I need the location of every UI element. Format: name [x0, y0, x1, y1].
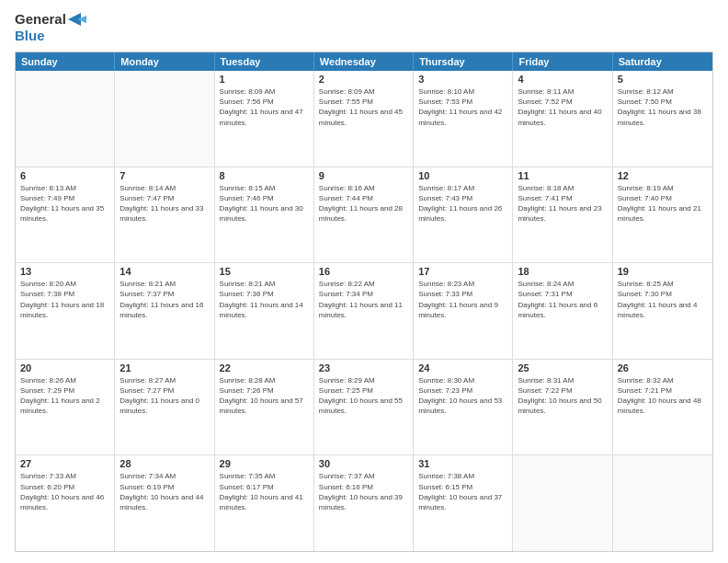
calendar-cell-2-1: 14Sunrise: 8:21 AM Sunset: 7:37 PM Dayli…: [115, 263, 214, 359]
calendar-cell-0-4: 3Sunrise: 8:10 AM Sunset: 7:53 PM Daylig…: [414, 71, 513, 167]
cell-details: Sunrise: 8:30 AM Sunset: 7:23 PM Dayligh…: [418, 375, 507, 417]
weekday-header-saturday: Saturday: [613, 52, 712, 71]
day-number: 26: [618, 362, 708, 373]
day-number: 1: [220, 74, 309, 85]
calendar-cell-0-0: [16, 71, 115, 167]
cell-details: Sunrise: 8:14 AM Sunset: 7:47 PM Dayligh…: [119, 183, 209, 224]
weekday-header-tuesday: Tuesday: [215, 52, 314, 71]
calendar-cell-3-5: 25Sunrise: 8:31 AM Sunset: 7:22 PM Dayli…: [513, 360, 612, 455]
cell-details: Sunrise: 8:15 AM Sunset: 7:46 PM Dayligh…: [220, 183, 309, 224]
calendar-body: 1Sunrise: 8:09 AM Sunset: 7:56 PM Daylig…: [16, 71, 712, 551]
cell-details: Sunrise: 8:32 AM Sunset: 7:21 PM Dayligh…: [618, 375, 708, 417]
weekday-header-friday: Friday: [513, 52, 612, 71]
calendar-cell-4-3: 30Sunrise: 7:37 AM Sunset: 6:16 PM Dayli…: [314, 455, 414, 551]
calendar-cell-3-3: 23Sunrise: 8:29 AM Sunset: 7:25 PM Dayli…: [314, 360, 414, 455]
calendar-header: SundayMondayTuesdayWednesdayThursdayFrid…: [16, 52, 712, 71]
day-number: 29: [220, 458, 309, 469]
cell-details: Sunrise: 8:23 AM Sunset: 7:33 PM Dayligh…: [418, 279, 507, 320]
calendar-cell-1-1: 7Sunrise: 8:14 AM Sunset: 7:47 PM Daylig…: [115, 167, 214, 263]
calendar-cell-1-6: 12Sunrise: 8:19 AM Sunset: 7:40 PM Dayli…: [613, 167, 712, 263]
cell-details: Sunrise: 8:21 AM Sunset: 7:36 PM Dayligh…: [220, 279, 309, 320]
day-number: 15: [220, 266, 309, 277]
day-number: 13: [20, 266, 109, 277]
cell-details: Sunrise: 8:21 AM Sunset: 7:37 PM Dayligh…: [119, 279, 209, 320]
day-number: 16: [319, 266, 408, 277]
day-number: 6: [20, 170, 109, 181]
day-number: 7: [119, 170, 209, 181]
cell-details: Sunrise: 8:19 AM Sunset: 7:40 PM Dayligh…: [618, 183, 708, 224]
cell-details: Sunrise: 8:13 AM Sunset: 7:49 PM Dayligh…: [20, 183, 109, 224]
day-number: 31: [418, 458, 507, 469]
cell-details: Sunrise: 8:22 AM Sunset: 7:34 PM Dayligh…: [319, 279, 408, 320]
calendar-cell-2-6: 19Sunrise: 8:25 AM Sunset: 7:30 PM Dayli…: [613, 263, 712, 359]
cell-details: Sunrise: 7:34 AM Sunset: 6:19 PM Dayligh…: [119, 471, 209, 512]
calendar-cell-2-2: 15Sunrise: 8:21 AM Sunset: 7:36 PM Dayli…: [215, 263, 314, 359]
day-number: 10: [418, 170, 507, 181]
calendar-cell-4-4: 31Sunrise: 7:38 AM Sunset: 6:15 PM Dayli…: [414, 455, 513, 551]
day-number: 5: [618, 74, 708, 85]
weekday-header-wednesday: Wednesday: [314, 52, 414, 71]
calendar-row-1: 6Sunrise: 8:13 AM Sunset: 7:49 PM Daylig…: [16, 167, 712, 264]
calendar-cell-1-5: 11Sunrise: 8:18 AM Sunset: 7:41 PM Dayli…: [513, 167, 612, 263]
day-number: 28: [119, 458, 209, 469]
cell-details: Sunrise: 8:09 AM Sunset: 7:56 PM Dayligh…: [220, 86, 309, 128]
header: General Blue: [15, 11, 713, 44]
calendar-cell-4-1: 28Sunrise: 7:34 AM Sunset: 6:19 PM Dayli…: [115, 455, 214, 551]
day-number: 20: [20, 362, 109, 373]
cell-details: Sunrise: 8:28 AM Sunset: 7:26 PM Dayligh…: [220, 375, 309, 417]
calendar-cell-4-2: 29Sunrise: 7:35 AM Sunset: 6:17 PM Dayli…: [215, 455, 314, 551]
cell-details: Sunrise: 7:37 AM Sunset: 6:16 PM Dayligh…: [319, 471, 408, 512]
calendar-cell-1-0: 6Sunrise: 8:13 AM Sunset: 7:49 PM Daylig…: [16, 167, 115, 263]
day-number: 19: [618, 266, 708, 277]
day-number: 21: [119, 362, 209, 373]
weekday-header-thursday: Thursday: [414, 52, 513, 71]
day-number: 17: [418, 266, 507, 277]
calendar-cell-1-2: 8Sunrise: 8:15 AM Sunset: 7:46 PM Daylig…: [215, 167, 314, 263]
calendar-cell-0-3: 2Sunrise: 8:09 AM Sunset: 7:55 PM Daylig…: [314, 71, 414, 167]
calendar-cell-3-4: 24Sunrise: 8:30 AM Sunset: 7:23 PM Dayli…: [414, 360, 513, 455]
calendar-cell-1-3: 9Sunrise: 8:16 AM Sunset: 7:44 PM Daylig…: [314, 167, 414, 263]
calendar: SundayMondayTuesdayWednesdayThursdayFrid…: [15, 52, 713, 552]
cell-details: Sunrise: 7:33 AM Sunset: 6:20 PM Dayligh…: [20, 471, 109, 512]
day-number: 4: [518, 74, 607, 85]
weekday-header-monday: Monday: [115, 52, 214, 71]
logo-bird-icon: [68, 13, 86, 26]
calendar-cell-2-0: 13Sunrise: 8:20 AM Sunset: 7:38 PM Dayli…: [16, 263, 115, 359]
day-number: 2: [319, 74, 408, 85]
cell-details: Sunrise: 8:26 AM Sunset: 7:29 PM Dayligh…: [20, 375, 109, 417]
calendar-row-4: 27Sunrise: 7:33 AM Sunset: 6:20 PM Dayli…: [16, 455, 712, 551]
cell-details: Sunrise: 8:24 AM Sunset: 7:31 PM Dayligh…: [518, 279, 607, 320]
calendar-cell-2-3: 16Sunrise: 8:22 AM Sunset: 7:34 PM Dayli…: [314, 263, 414, 359]
cell-details: Sunrise: 8:20 AM Sunset: 7:38 PM Dayligh…: [20, 279, 109, 320]
day-number: 18: [518, 266, 607, 277]
calendar-cell-2-5: 18Sunrise: 8:24 AM Sunset: 7:31 PM Dayli…: [513, 263, 612, 359]
day-number: 25: [518, 362, 607, 373]
cell-details: Sunrise: 8:31 AM Sunset: 7:22 PM Dayligh…: [518, 375, 607, 417]
day-number: 3: [418, 74, 507, 85]
weekday-header-sunday: Sunday: [16, 52, 115, 71]
cell-details: Sunrise: 8:11 AM Sunset: 7:52 PM Dayligh…: [518, 86, 607, 128]
cell-details: Sunrise: 7:35 AM Sunset: 6:17 PM Dayligh…: [220, 471, 309, 512]
calendar-row-0: 1Sunrise: 8:09 AM Sunset: 7:56 PM Daylig…: [16, 71, 712, 167]
cell-details: Sunrise: 7:38 AM Sunset: 6:15 PM Dayligh…: [418, 471, 507, 512]
calendar-cell-4-5: [513, 455, 612, 551]
calendar-cell-0-6: 5Sunrise: 8:12 AM Sunset: 7:50 PM Daylig…: [613, 71, 712, 167]
calendar-cell-3-6: 26Sunrise: 8:32 AM Sunset: 7:21 PM Dayli…: [613, 360, 712, 455]
cell-details: Sunrise: 8:17 AM Sunset: 7:43 PM Dayligh…: [418, 183, 507, 224]
day-number: 14: [119, 266, 209, 277]
calendar-cell-2-4: 17Sunrise: 8:23 AM Sunset: 7:33 PM Dayli…: [414, 263, 513, 359]
calendar-cell-3-1: 21Sunrise: 8:27 AM Sunset: 7:27 PM Dayli…: [115, 360, 214, 455]
cell-details: Sunrise: 8:27 AM Sunset: 7:27 PM Dayligh…: [119, 375, 209, 417]
logo-general: General: [15, 11, 66, 28]
cell-details: Sunrise: 8:18 AM Sunset: 7:41 PM Dayligh…: [518, 183, 607, 224]
calendar-cell-3-0: 20Sunrise: 8:26 AM Sunset: 7:29 PM Dayli…: [16, 360, 115, 455]
calendar-cell-3-2: 22Sunrise: 8:28 AM Sunset: 7:26 PM Dayli…: [215, 360, 314, 455]
calendar-row-2: 13Sunrise: 8:20 AM Sunset: 7:38 PM Dayli…: [16, 263, 712, 360]
cell-details: Sunrise: 8:16 AM Sunset: 7:44 PM Dayligh…: [319, 183, 408, 224]
day-number: 23: [319, 362, 408, 373]
cell-details: Sunrise: 8:12 AM Sunset: 7:50 PM Dayligh…: [618, 86, 708, 128]
calendar-cell-0-1: [115, 71, 214, 167]
calendar-cell-4-6: [613, 455, 712, 551]
day-number: 24: [418, 362, 507, 373]
calendar-cell-0-2: 1Sunrise: 8:09 AM Sunset: 7:56 PM Daylig…: [215, 71, 314, 167]
